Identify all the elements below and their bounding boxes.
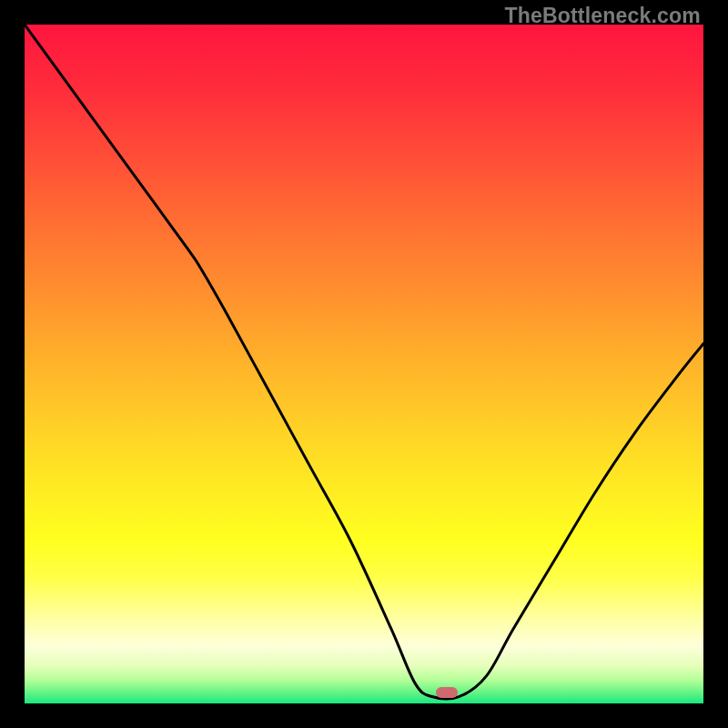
chart-frame: TheBottleneck.com xyxy=(0,0,728,728)
plot-area xyxy=(25,25,703,703)
bottleneck-curve xyxy=(25,25,703,703)
optimum-marker xyxy=(436,687,458,698)
